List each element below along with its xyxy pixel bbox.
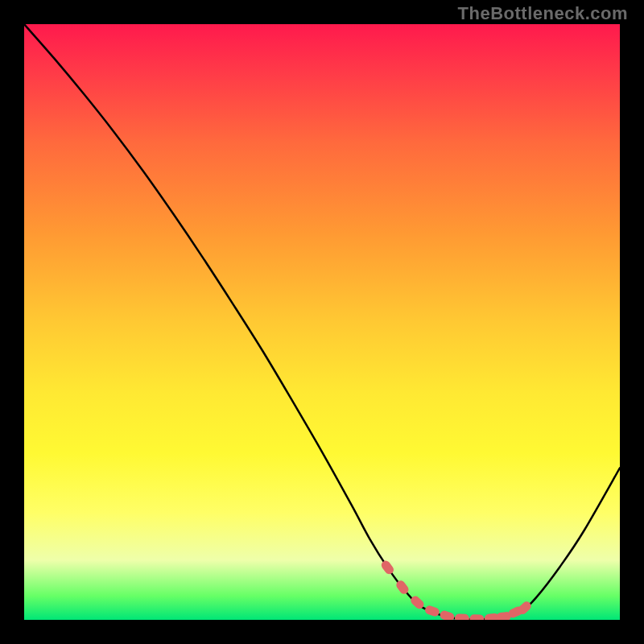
chart-container: TheBottleneck.com [0,0,644,644]
watermark-text: TheBottleneck.com [458,3,628,24]
plot-area [24,24,620,620]
